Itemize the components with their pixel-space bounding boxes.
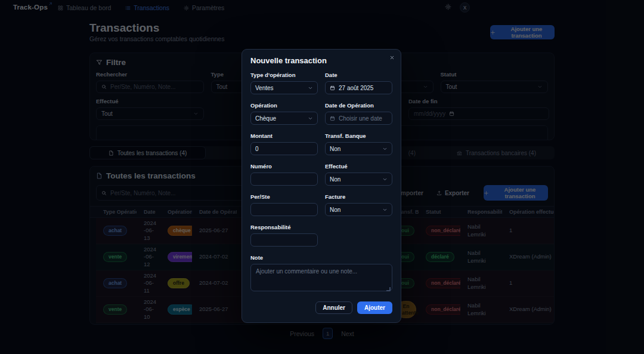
responsabilite-field[interactable]	[255, 237, 313, 244]
chevron-down-icon	[308, 116, 313, 121]
responsabilite-input[interactable]	[250, 233, 318, 247]
field-effectue: Effectué Non	[325, 163, 392, 186]
chevron-down-icon	[308, 85, 313, 91]
field-empty	[325, 224, 392, 247]
submit-button[interactable]: Ajouter	[357, 301, 392, 314]
calendar-icon	[330, 85, 335, 91]
effectue-select[interactable]: Non	[325, 173, 392, 186]
modal-title: Nouvelle transaction	[250, 56, 392, 65]
facture-label: Facture	[325, 193, 392, 200]
numero-field[interactable]	[255, 176, 313, 183]
date-operation-picker-button[interactable]: Choisir une date	[325, 112, 392, 125]
date-picker-button[interactable]: 27 août 2025	[325, 81, 392, 94]
montant-input[interactable]	[250, 142, 318, 155]
perste-field[interactable]	[255, 207, 313, 213]
date-value: 27 août 2025	[339, 85, 373, 91]
type-operation-label: Type d'opération	[250, 72, 318, 78]
field-facture: Facture Non	[325, 193, 392, 216]
montant-label: Montant	[250, 133, 318, 139]
transf-banque-select[interactable]: Non	[325, 142, 392, 155]
transf-banque-value: Non	[330, 146, 340, 152]
date-label: Date	[325, 72, 392, 78]
field-operation: Opération Chèque	[250, 102, 318, 125]
date-operation-label: Date de Opération	[325, 102, 392, 109]
field-transf-banque: Transf. Banque Non	[325, 133, 392, 155]
chevron-down-icon	[382, 146, 388, 152]
operation-select[interactable]: Chèque	[250, 112, 318, 125]
note-textarea[interactable]	[250, 264, 392, 291]
effectue-value: Non	[330, 176, 340, 183]
facture-select[interactable]: Non	[325, 203, 392, 216]
field-perste: Per/Ste	[250, 193, 318, 216]
type-operation-value: Ventes	[255, 85, 274, 91]
field-date-operation: Date de Opération Choisir une date	[325, 102, 392, 125]
numero-input[interactable]	[250, 173, 318, 186]
montant-field[interactable]	[255, 146, 313, 152]
type-operation-select[interactable]: Ventes	[250, 81, 318, 94]
facture-value: Non	[330, 207, 340, 213]
field-numero: Numéro	[250, 163, 318, 186]
numero-label: Numéro	[250, 163, 318, 170]
new-transaction-modal: Nouvelle transaction Type d'opération Ve…	[242, 49, 401, 323]
app-frame: Track-Ops Tableau de bordTransactionsPar…	[0, 0, 644, 354]
cancel-button[interactable]: Annuler	[315, 301, 352, 314]
close-icon[interactable]	[389, 55, 395, 60]
date-operation-placeholder: Choisir une date	[339, 115, 382, 122]
field-type-operation: Type d'opération Ventes	[250, 72, 318, 94]
operation-value: Chèque	[255, 115, 276, 122]
chevron-down-icon	[382, 207, 388, 213]
calendar-icon	[330, 116, 335, 121]
effectue-label: Effectué	[325, 163, 392, 170]
field-date: Date 27 août 2025	[325, 72, 392, 94]
chevron-down-icon	[382, 177, 388, 182]
field-responsabilite: Responsabilité	[250, 224, 318, 247]
note-label: Note	[250, 254, 392, 261]
operation-label: Opération	[250, 102, 318, 109]
perste-input[interactable]	[250, 203, 318, 216]
resize-handle[interactable]	[386, 287, 391, 291]
perste-label: Per/Ste	[250, 193, 318, 200]
field-note: Note	[250, 254, 392, 294]
responsabilite-label: Responsabilité	[250, 224, 318, 230]
transf-banque-label: Transf. Banque	[325, 133, 392, 139]
field-montant: Montant	[250, 133, 318, 155]
